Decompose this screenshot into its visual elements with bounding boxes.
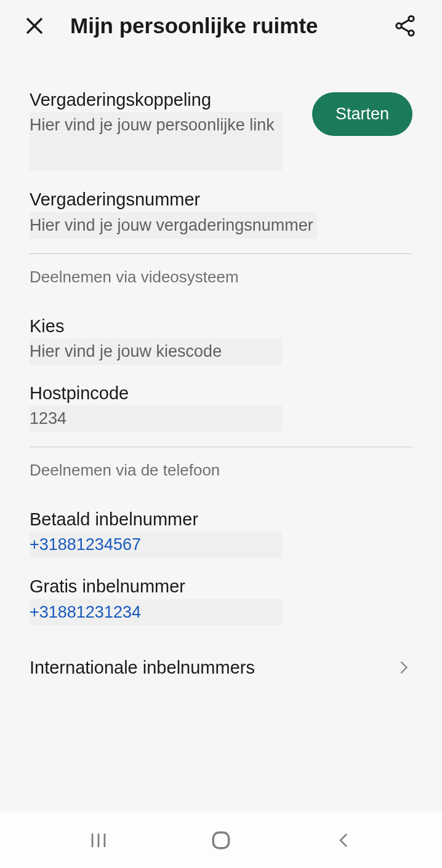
international-numbers-row[interactable]: Internationale inbelnummers [30, 626, 412, 690]
home-button[interactable] [206, 825, 236, 856]
dial-row: Kies Hier vind je jouw kiescode [30, 315, 412, 365]
content: Vergaderingskoppeling Hier vind je jouw … [0, 52, 442, 690]
page-title: Mijn persoonlijke ruimte [70, 14, 393, 38]
meeting-link-row: Vergaderingskoppeling Hier vind je jouw … [30, 89, 412, 171]
video-section-header: Deelnemen via videosysteem [30, 268, 412, 287]
svg-line-6 [401, 27, 409, 31]
free-label: Gratis inbelnummer [30, 575, 412, 597]
share-icon[interactable] [393, 14, 417, 38]
svg-point-2 [409, 16, 414, 21]
meeting-link-value[interactable]: Hier vind je jouw persoonlijke link [30, 112, 282, 171]
meeting-number-row: Vergaderingsnummer Hier vind je jouw ver… [30, 188, 412, 238]
dial-value[interactable]: Hier vind je jouw kiescode [30, 338, 282, 365]
toll-label: Betaald inbelnummer [30, 508, 412, 530]
toll-value[interactable]: +31881234567 [30, 532, 282, 558]
close-icon[interactable] [23, 15, 46, 37]
chevron-right-icon [395, 659, 412, 676]
header: Mijn persoonlijke ruimte [0, 0, 442, 52]
svg-point-3 [396, 23, 401, 28]
svg-rect-10 [213, 832, 228, 848]
system-nav-bar [0, 813, 442, 868]
toll-row: Betaald inbelnummer +31881234567 [30, 508, 412, 558]
hostpin-label: Hostpincode [30, 382, 412, 404]
hostpin-value[interactable]: 1234 [30, 405, 282, 432]
hostpin-row: Hostpincode 1234 [30, 382, 412, 432]
free-value[interactable]: +31881231234 [30, 599, 282, 626]
start-button[interactable]: Starten [312, 92, 412, 136]
meeting-number-value[interactable]: Hier vind je jouw vergaderingsnummer [30, 212, 317, 239]
dial-label: Kies [30, 315, 412, 337]
phone-section-header: Deelnemen via de telefoon [30, 461, 412, 480]
international-numbers-label: Internationale inbelnummers [30, 658, 255, 678]
svg-point-4 [409, 31, 414, 36]
svg-line-5 [401, 20, 409, 25]
meeting-number-label: Vergaderingsnummer [30, 188, 412, 210]
back-button[interactable] [328, 825, 359, 856]
divider [30, 447, 412, 447]
recents-button[interactable] [83, 825, 114, 856]
divider [30, 253, 412, 254]
free-row: Gratis inbelnummer +31881231234 [30, 575, 412, 625]
meeting-link-label: Vergaderingskoppeling [30, 89, 305, 111]
